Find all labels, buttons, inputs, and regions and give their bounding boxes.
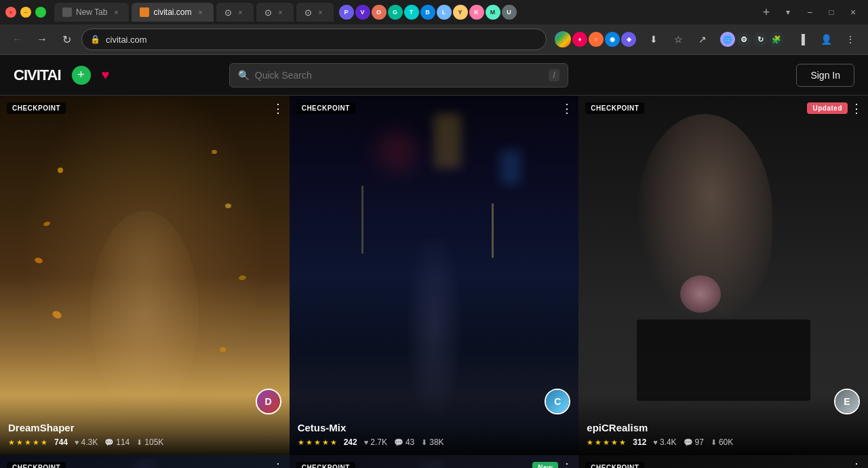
forward-button[interactable]: → (33, 30, 52, 49)
stars-cetus: ★ ★ ★ ★ ★ (298, 438, 337, 447)
sign-in-button[interactable]: Sign In (796, 64, 854, 87)
search-input[interactable] (255, 70, 544, 81)
tab-close-1[interactable]: × (111, 7, 121, 17)
bottom-card-3[interactable]: CHECKPOINT ⋮ (578, 455, 868, 468)
badge-bottom3: CHECKPOINT (585, 462, 644, 468)
share-button[interactable]: ↗ (693, 30, 712, 49)
tab-list-button[interactable]: ▾ (778, 3, 797, 22)
download-icon-card1: ⬇ (136, 438, 142, 447)
star3: ★ (24, 438, 31, 447)
avatar-initial-cetus: C (554, 396, 561, 407)
refresh-button[interactable]: ↻ (57, 30, 76, 49)
bottom-card-2[interactable]: CHECKPOINT New ⋮ (290, 455, 579, 468)
minimize-window-button[interactable]: − (20, 7, 31, 18)
google-ext-icon[interactable] (555, 31, 571, 47)
downloads-dreamshaper: ⬇ 105K (136, 437, 163, 447)
close-window-button[interactable]: × (5, 7, 16, 18)
card-menu-bottom2[interactable]: ⋮ (561, 462, 573, 468)
comment-icon-card2: 💬 (394, 438, 403, 447)
ext-tab-blue[interactable]: B (420, 5, 435, 20)
new-badge-bottom2: New (532, 462, 558, 468)
comment-icon-card1: 💬 (104, 438, 114, 447)
card-stats-dreamshaper: ★ ★ ★ ★ ★ 744 ♥ 4.3K 💬 114 (8, 437, 281, 447)
ext-tab-violet[interactable]: V (355, 5, 370, 20)
tab-github-3[interactable]: ⊙ × (296, 3, 334, 22)
heart-icon: ♥ (102, 67, 110, 82)
favorites-button[interactable]: ♥ (102, 67, 110, 83)
ext-icon-orange[interactable]: ○ (589, 32, 604, 47)
more-extensions: 🌐 ⚙ ↻ 🧩 (720, 32, 784, 47)
tab-github-1[interactable]: ⊙ × (216, 3, 254, 22)
window-controls: × − (5, 7, 46, 18)
card-menu-dreamshaper[interactable]: ⋮ (272, 102, 284, 115)
tab-close-4[interactable]: × (276, 7, 285, 17)
downloads-button[interactable]: ⬇ (644, 30, 663, 49)
comments-dreamshaper: 💬 114 (104, 437, 130, 447)
tab-label-1: New Tab (76, 7, 107, 17)
maximize-window-button[interactable] (35, 7, 46, 18)
download-icon-card3: ⬇ (711, 438, 717, 447)
heart-icon-card2: ♥ (364, 438, 369, 446)
tab-github-2[interactable]: ⊙ × (256, 3, 294, 22)
more-button[interactable]: ⋮ (841, 30, 860, 49)
card-epicrealism[interactable]: CHECKPOINT Updated ⋮ E epiCRealism ★ ★ ★… (578, 96, 868, 455)
ext-puzzle-icon[interactable]: 🧩 (769, 32, 784, 47)
card-info-epicrealism: epiCRealism ★ ★ ★ ★ ★ 312 ♥ 3.4K (578, 395, 868, 455)
ext-refresh-icon[interactable]: ↻ (753, 32, 768, 47)
bottom-card-1[interactable]: CHECKPOINT ⋮ (0, 455, 290, 468)
minimize-button[interactable]: − (800, 3, 819, 22)
ext-tab-purple[interactable]: P (339, 5, 354, 20)
ext-tab-lightblue[interactable]: L (437, 5, 452, 20)
ext-icon-red[interactable]: ♦ (572, 32, 587, 47)
new-tab-button[interactable]: + (757, 3, 776, 22)
ext-icon-blue1[interactable]: ◉ (605, 32, 620, 47)
card-info-dreamshaper: DreamShaper ★ ★ ★ ★ ★ 744 ♥ 4.3K (0, 395, 290, 455)
bottom-card-row: CHECKPOINT ⋮ CHECKPOINT New ⋮ CHECKPOINT… (0, 455, 868, 468)
page-content: CIVITAI + ♥ 🔍 / Sign In (0, 55, 868, 468)
card-menu-cetus[interactable]: ⋮ (561, 102, 573, 115)
ext-tab-teal[interactable]: T (404, 5, 419, 20)
address-bar[interactable]: 🔒 civitai.com (81, 28, 547, 50)
ext-icon-violet[interactable]: ◈ (621, 32, 636, 47)
sidebar-button[interactable]: ▐ (792, 30, 811, 49)
star2: ★ (16, 438, 23, 447)
star4: ★ (33, 438, 39, 447)
create-button[interactable]: + (72, 66, 91, 85)
tab-new-tab[interactable]: New Tab × (54, 3, 129, 22)
plus-icon: + (77, 68, 85, 82)
url-text: civitai.com (106, 35, 147, 45)
tab-close-5[interactable]: × (316, 7, 326, 17)
ext-tab-gray[interactable]: U (502, 5, 517, 20)
close-button[interactable]: × (844, 3, 863, 22)
card-dreamshaper[interactable]: CHECKPOINT ⋮ D DreamShaper ★ ★ ★ ★ ★ (0, 96, 290, 455)
ext-tab-mint[interactable]: M (486, 5, 500, 20)
ext-settings-icon[interactable]: ⚙ (736, 32, 751, 47)
avatar-initial-epic: E (844, 396, 850, 407)
ext-tab-orange[interactable]: O (372, 5, 387, 20)
back-button[interactable]: ← (8, 30, 27, 49)
ext-tab-yellow[interactable]: Y (453, 5, 468, 20)
profile-button[interactable]: 👤 (816, 30, 835, 49)
badge-bottom2: CHECKPOINT (296, 462, 355, 468)
card-cetus-mix[interactable]: CHECKPOINT ⋮ C Cetus-Mix ★ ★ ★ ★ ★ (290, 96, 579, 455)
tab-row-right: + ▾ − □ × (757, 3, 863, 22)
likes-cetus: ♥ 2.7K (364, 437, 387, 447)
bookmarks-button[interactable]: ☆ (669, 30, 688, 49)
ext-tab-green[interactable]: G (388, 5, 403, 20)
card-menu-bottom1[interactable]: ⋮ (272, 462, 284, 468)
restore-button[interactable]: □ (822, 3, 841, 22)
tab-close-2[interactable]: × (196, 7, 205, 17)
card-menu-bottom3[interactable]: ⋮ (850, 462, 863, 468)
tab-close-3[interactable]: × (236, 7, 245, 17)
comment-icon-card3: 💬 (684, 438, 693, 447)
card-menu-epicrealism[interactable]: ⋮ (850, 102, 863, 115)
badge-bottom1: CHECKPOINT (7, 462, 66, 468)
search-bar[interactable]: 🔍 / (229, 63, 568, 87)
tab-civitai[interactable]: civitai.com × (132, 3, 213, 22)
card-title-epicrealism: epiCRealism (587, 422, 860, 433)
ext-earth-icon[interactable]: 🌐 (720, 32, 735, 47)
downloads-epicrealism: ⬇ 60K (711, 437, 733, 447)
ext-tab-pink[interactable]: K (469, 5, 484, 20)
card-stats-cetus: ★ ★ ★ ★ ★ 242 ♥ 2.7K 💬 43 (298, 437, 571, 447)
heart-icon-card3: ♥ (653, 438, 658, 446)
